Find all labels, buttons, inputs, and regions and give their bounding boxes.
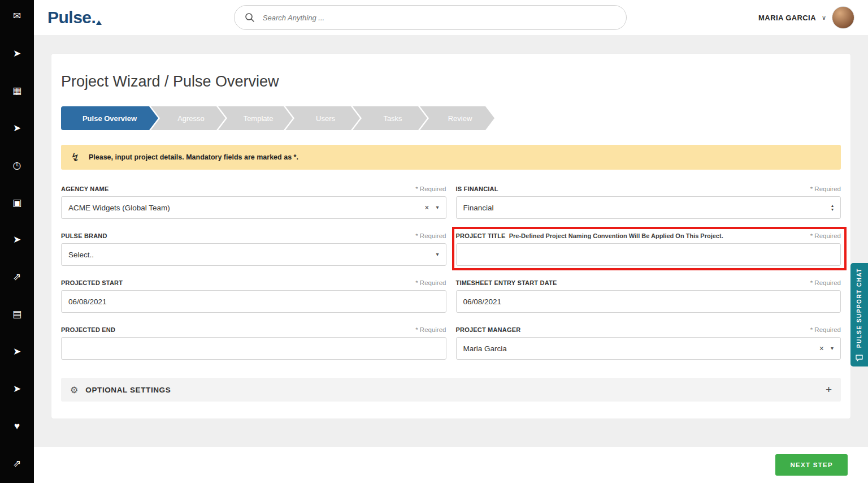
chat-bubble-icon bbox=[856, 355, 863, 361]
projected-start-value: 06/08/2021 bbox=[68, 297, 107, 306]
book-icon[interactable]: ▤ bbox=[10, 309, 24, 319]
lightning-icon: ↯ bbox=[70, 150, 81, 164]
logo-text: Pulse bbox=[47, 9, 92, 26]
field-project-manager: PROJECT MANAGER * Required Maria Garcia … bbox=[456, 326, 841, 360]
required-indicator: * Required bbox=[810, 186, 841, 192]
send-icon[interactable]: ➤ bbox=[10, 49, 24, 58]
required-indicator: * Required bbox=[810, 232, 841, 239]
required-indicator: * Required bbox=[415, 279, 446, 286]
project-title-note: Pre-Defined Project Naming Convention Wi… bbox=[509, 232, 723, 239]
next-step-button[interactable]: NEXT STEP bbox=[775, 454, 848, 476]
field-pulse-brand: PULSE BRAND * Required Select.. ▾ bbox=[61, 232, 446, 266]
support-chat-label: PULSE SUPPORT CHAT bbox=[856, 268, 862, 348]
logo-triangle-icon bbox=[96, 20, 102, 25]
chevron-down-icon[interactable]: ▾ bbox=[436, 205, 439, 210]
support-chat-tab[interactable]: PULSE SUPPORT CHAT bbox=[850, 263, 868, 366]
pulse-brand-select[interactable]: Select.. ▾ bbox=[61, 243, 446, 266]
wizard-steps: Pulse Overview Agresso Template Users Ta… bbox=[61, 106, 841, 130]
agency-name-label: AGENCY NAME bbox=[61, 186, 109, 192]
optional-settings-label: OPTIONAL SETTINGS bbox=[85, 386, 171, 394]
user-menu[interactable]: MARIA GARCIA ∨ bbox=[758, 6, 854, 29]
step-label: Review bbox=[448, 114, 472, 123]
send-icon-5[interactable]: ➤ bbox=[10, 384, 24, 394]
clear-icon[interactable]: × bbox=[819, 344, 824, 352]
envelope-icon[interactable]: ✉ bbox=[10, 11, 24, 21]
step-review[interactable]: Review bbox=[420, 106, 494, 130]
clear-icon[interactable]: × bbox=[424, 204, 429, 212]
is-financial-label: IS FINANCIAL bbox=[456, 186, 498, 192]
top-header: Pulse . MARIA GARCIA ∨ bbox=[34, 0, 868, 35]
timesheet-entry-input[interactable]: 06/08/2021 bbox=[456, 290, 841, 313]
required-indicator: * Required bbox=[415, 186, 446, 192]
content-area: Project Wizard / Pulse Overview Pulse Ov… bbox=[34, 35, 868, 447]
step-pulse-overview[interactable]: Pulse Overview bbox=[61, 106, 158, 130]
step-users[interactable]: Users bbox=[285, 106, 360, 130]
required-indicator: * Required bbox=[810, 279, 841, 286]
agency-name-select[interactable]: ACME Widgets (Global Team) × ▾ bbox=[61, 196, 446, 219]
wizard-card: Project Wizard / Pulse Overview Pulse Ov… bbox=[51, 54, 850, 419]
info-banner: ↯ Please, input project details. Mandato… bbox=[61, 145, 841, 170]
step-label: Pulse Overview bbox=[83, 114, 137, 123]
is-financial-value: Financial bbox=[463, 204, 494, 212]
project-manager-value: Maria Garcia bbox=[463, 344, 507, 353]
clock-icon[interactable]: ◷ bbox=[10, 161, 24, 170]
timesheet-entry-value: 06/08/2021 bbox=[463, 297, 502, 306]
search-bar[interactable] bbox=[234, 5, 627, 30]
field-timesheet-entry-start: TIMESHEET ENTRY START DATE * Required 06… bbox=[456, 279, 841, 313]
required-indicator: * Required bbox=[810, 326, 841, 333]
chart-icon-2[interactable]: ⇗ bbox=[10, 459, 24, 468]
chevron-down-icon[interactable]: ▾ bbox=[831, 346, 834, 351]
send-icon-3[interactable]: ➤ bbox=[10, 235, 24, 244]
project-title-input[interactable] bbox=[456, 243, 841, 266]
page-title: Project Wizard / Pulse Overview bbox=[61, 73, 841, 90]
field-project-title: PROJECT TITLE Pre-Defined Project Naming… bbox=[456, 232, 841, 266]
avatar[interactable] bbox=[832, 6, 854, 29]
step-label: Tasks bbox=[383, 114, 402, 123]
send-icon-4[interactable]: ➤ bbox=[10, 347, 24, 356]
agency-name-value: ACME Widgets (Global Team) bbox=[68, 204, 170, 212]
step-label: Users bbox=[316, 114, 335, 123]
chart-icon[interactable]: ⇗ bbox=[10, 272, 24, 282]
app-window: ✉ ➤ ▦ ➤ ◷ ▣ ➤ ⇗ ▤ ➤ ➤ ♥ ⇗ Pulse . bbox=[0, 0, 868, 483]
image-icon[interactable]: ▣ bbox=[10, 198, 24, 208]
search-icon bbox=[245, 12, 255, 23]
chevron-down-icon[interactable]: ▾ bbox=[436, 252, 439, 257]
projected-start-input[interactable]: 06/08/2021 bbox=[61, 290, 446, 313]
projected-end-label: PROJECTED END bbox=[61, 326, 115, 333]
optional-settings-toggle[interactable]: ⚙ OPTIONAL SETTINGS + bbox=[61, 378, 841, 402]
info-banner-text: Please, input project details. Mandatory… bbox=[89, 153, 298, 161]
pulse-logo[interactable]: Pulse . bbox=[47, 9, 102, 26]
project-manager-select[interactable]: Maria Garcia × ▾ bbox=[456, 337, 841, 360]
calendar-icon[interactable]: ▦ bbox=[10, 86, 24, 96]
user-name: MARIA GARCIA bbox=[758, 14, 816, 22]
pulse-brand-label: PULSE BRAND bbox=[61, 232, 107, 239]
projected-start-label: PROJECTED START bbox=[61, 279, 123, 286]
field-is-financial: IS FINANCIAL * Required Financial ▴▾ bbox=[456, 186, 841, 219]
timesheet-entry-label: TIMESHEET ENTRY START DATE bbox=[456, 279, 557, 286]
logo-dot: . bbox=[92, 9, 96, 26]
projected-end-input[interactable] bbox=[61, 337, 446, 360]
field-agency-name: AGENCY NAME * Required ACME Widgets (Glo… bbox=[61, 186, 446, 219]
gear-icon: ⚙ bbox=[70, 385, 78, 395]
step-label: Agresso bbox=[177, 114, 205, 123]
project-manager-label: PROJECT MANAGER bbox=[456, 326, 521, 333]
expand-plus-icon[interactable]: + bbox=[826, 383, 832, 396]
required-indicator: * Required bbox=[415, 232, 446, 239]
project-form: AGENCY NAME * Required ACME Widgets (Glo… bbox=[61, 186, 841, 360]
heart-icon[interactable]: ♥ bbox=[10, 421, 24, 431]
sidebar: ✉ ➤ ▦ ➤ ◷ ▣ ➤ ⇗ ▤ ➤ ➤ ♥ ⇗ bbox=[0, 0, 34, 483]
search-input[interactable] bbox=[262, 13, 616, 23]
field-projected-start: PROJECTED START * Required 06/08/2021 bbox=[61, 279, 446, 313]
chevron-down-icon: ∨ bbox=[822, 14, 826, 21]
field-projected-end: PROJECTED END * Required bbox=[61, 326, 446, 360]
step-template[interactable]: Template bbox=[218, 106, 293, 130]
project-title-label: PROJECT TITLE bbox=[456, 232, 506, 239]
spinner-icon[interactable]: ▴▾ bbox=[831, 204, 834, 212]
step-label: Template bbox=[244, 114, 274, 123]
footer-bar: NEXT STEP bbox=[34, 447, 868, 483]
is-financial-select[interactable]: Financial ▴▾ bbox=[456, 196, 841, 219]
pulse-brand-placeholder: Select.. bbox=[68, 251, 94, 259]
step-tasks[interactable]: Tasks bbox=[353, 106, 427, 130]
step-agresso[interactable]: Agresso bbox=[151, 106, 225, 130]
send-icon-2[interactable]: ➤ bbox=[10, 123, 24, 133]
